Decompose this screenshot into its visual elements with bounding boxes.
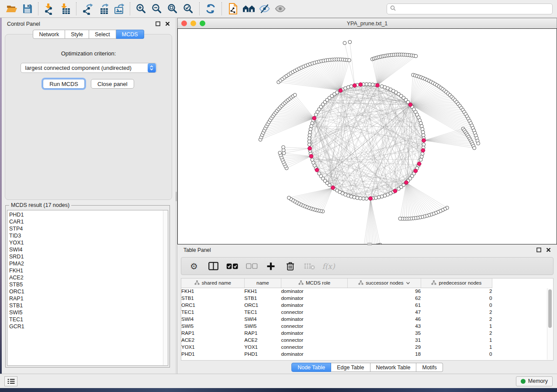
export-network-button[interactable] bbox=[80, 1, 95, 16]
network-canvas[interactable] bbox=[177, 28, 557, 244]
add-column-button[interactable] bbox=[263, 259, 279, 274]
show-all-button[interactable] bbox=[272, 1, 288, 16]
tab-network-table[interactable]: Network Table bbox=[370, 363, 417, 372]
tab-edge-table[interactable]: Edge Table bbox=[331, 363, 370, 372]
network-window-titlebar[interactable]: YPA_prune.txt_1 bbox=[177, 18, 557, 28]
tab-mcds[interactable]: MCDS bbox=[116, 30, 144, 39]
mcds-result-item[interactable]: STB5 bbox=[9, 281, 163, 288]
mcds-result-item[interactable]: STB1 bbox=[9, 302, 163, 309]
zoom-out-button[interactable] bbox=[149, 1, 165, 16]
task-history-button[interactable] bbox=[4, 376, 17, 386]
memory-button[interactable]: Memory bbox=[516, 376, 553, 386]
import-network-button[interactable] bbox=[42, 1, 57, 16]
column-header-shared-name[interactable]: shared name bbox=[181, 279, 244, 288]
mcds-result-item[interactable]: STP4 bbox=[9, 225, 163, 232]
mcds-dominator-node[interactable] bbox=[312, 116, 316, 120]
mcds-result-item[interactable]: PMA2 bbox=[9, 260, 163, 267]
table-row[interactable]: STB1STB1dominator620 bbox=[181, 295, 492, 302]
mcds-result-item[interactable]: RAP1 bbox=[9, 295, 163, 302]
column-header-predecessor-nodes[interactable]: predecessor nodes bbox=[421, 279, 492, 288]
first-neighbors-button[interactable] bbox=[241, 1, 256, 16]
search-box[interactable] bbox=[387, 3, 553, 14]
table-row[interactable]: SWI5SWI5connector431 bbox=[181, 323, 492, 330]
mcds-dominator-node[interactable] bbox=[353, 83, 356, 87]
table-row[interactable]: ORC1ORC1dominator610 bbox=[181, 302, 492, 309]
mcds-dominator-node[interactable] bbox=[376, 83, 380, 87]
select-all-checkboxes-button[interactable] bbox=[224, 259, 241, 274]
mcds-result-item[interactable]: PHD1 bbox=[9, 211, 163, 218]
mcds-result-item[interactable]: ACE2 bbox=[9, 274, 163, 281]
search-input[interactable] bbox=[398, 6, 549, 12]
table-row[interactable]: TEC1TEC1connector472 bbox=[181, 309, 492, 316]
close-panel-icon[interactable] bbox=[165, 21, 170, 26]
mcds-dominator-node[interactable] bbox=[414, 169, 418, 173]
network-file-button[interactable] bbox=[225, 1, 241, 16]
mcds-dominator-node[interactable] bbox=[393, 189, 397, 193]
mcds-dominator-node[interactable] bbox=[315, 168, 319, 172]
mcds-dominator-node[interactable] bbox=[308, 147, 312, 151]
canvas-table-splitter[interactable] bbox=[367, 243, 372, 245]
optimization-criterion-select[interactable]: largest connected component (undirected) bbox=[21, 63, 157, 73]
mcds-result-item[interactable]: GCR1 bbox=[9, 323, 163, 330]
open-file-button[interactable] bbox=[3, 1, 19, 16]
mcds-result-item[interactable]: TEC1 bbox=[9, 316, 163, 323]
table-row[interactable]: YOX1YOX1connector291 bbox=[181, 344, 492, 351]
mcds-result-item[interactable]: SRD1 bbox=[9, 253, 163, 260]
table-row[interactable]: SWI4SWI4dominator462 bbox=[181, 316, 492, 323]
export-image-button[interactable] bbox=[111, 1, 127, 16]
zoom-selected-button[interactable] bbox=[180, 1, 196, 16]
mcds-dominator-node[interactable] bbox=[408, 103, 412, 107]
network-graph[interactable] bbox=[178, 29, 556, 244]
tab-network[interactable]: Network bbox=[33, 30, 65, 39]
import-table-button[interactable] bbox=[57, 1, 73, 16]
mcds-dominator-node[interactable] bbox=[309, 155, 313, 158]
hide-selected-button[interactable] bbox=[256, 1, 272, 16]
mcds-result-item[interactable]: YOX1 bbox=[9, 239, 163, 246]
tab-motifs[interactable]: Motifs bbox=[416, 363, 443, 372]
table-row[interactable]: PHD1PHD1dominator180 bbox=[181, 351, 492, 358]
mcds-dominator-node[interactable] bbox=[359, 83, 363, 86]
delete-column-button[interactable] bbox=[282, 259, 298, 274]
mcds-result-item[interactable]: FKH1 bbox=[9, 267, 163, 274]
mcds-dominator-node[interactable] bbox=[421, 148, 425, 152]
column-header-successor-nodes[interactable]: successor nodes bbox=[348, 279, 421, 288]
export-table-button[interactable] bbox=[95, 1, 111, 16]
mcds-dominator-node[interactable] bbox=[417, 162, 421, 166]
table-toolbar: ⚙f(x) bbox=[181, 257, 554, 275]
mcds-result-item[interactable]: ORC1 bbox=[9, 288, 163, 295]
mcds-result-item[interactable]: SWI4 bbox=[9, 246, 163, 253]
mcds-dominator-node[interactable] bbox=[369, 196, 373, 200]
zoom-in-button[interactable] bbox=[133, 1, 149, 16]
table-panel-title: Table Panel bbox=[183, 247, 211, 253]
mcds-result-list[interactable]: PHD1CAR1STP4TID3YOX1SWI4SRD1PMA2FKH1ACE2… bbox=[7, 210, 168, 366]
save-session-button[interactable] bbox=[19, 1, 35, 16]
close-table-panel-icon[interactable] bbox=[546, 248, 551, 252]
mcds-result-item[interactable]: SWI5 bbox=[9, 309, 163, 316]
tab-select[interactable]: Select bbox=[89, 30, 116, 39]
table-row[interactable]: RAP1RAP1dominator352 bbox=[181, 330, 492, 337]
mcds-dominator-node[interactable] bbox=[405, 181, 408, 185]
cell-MCDS-role: connector bbox=[281, 337, 347, 344]
settings-gear-button[interactable]: ⚙ bbox=[186, 259, 202, 274]
table-row[interactable]: ACE2ACE2connector311 bbox=[181, 337, 492, 344]
run-mcds-button[interactable]: Run MCDS bbox=[43, 79, 85, 89]
column-layout-button[interactable] bbox=[205, 259, 221, 274]
mcds-list-scrollbar[interactable] bbox=[163, 210, 168, 365]
column-header-MCDS-role[interactable]: MCDS role bbox=[281, 279, 347, 288]
mcds-result-item[interactable]: CAR1 bbox=[9, 218, 163, 225]
mcds-dominator-node[interactable] bbox=[331, 186, 335, 190]
mcds-result-item[interactable]: TID3 bbox=[9, 232, 163, 239]
table-row[interactable]: FKH1FKH1dominator962 bbox=[181, 288, 492, 295]
float-panel-icon[interactable] bbox=[156, 21, 160, 26]
tab-node-table[interactable]: Node Table bbox=[291, 363, 331, 372]
column-header-name[interactable]: name bbox=[244, 279, 281, 288]
mcds-dominator-node[interactable] bbox=[339, 89, 343, 93]
mcds-dominator-node[interactable] bbox=[422, 138, 426, 142]
refresh-network-button[interactable] bbox=[203, 1, 218, 16]
close-panel-button[interactable]: Close panel bbox=[91, 79, 134, 89]
float-table-panel-icon[interactable] bbox=[536, 248, 541, 252]
table-scrollbar[interactable] bbox=[547, 288, 553, 360]
deselect-all-checkboxes-button[interactable] bbox=[243, 259, 260, 274]
zoom-fit-button[interactable] bbox=[165, 1, 180, 16]
tab-style[interactable]: Style bbox=[65, 30, 89, 39]
